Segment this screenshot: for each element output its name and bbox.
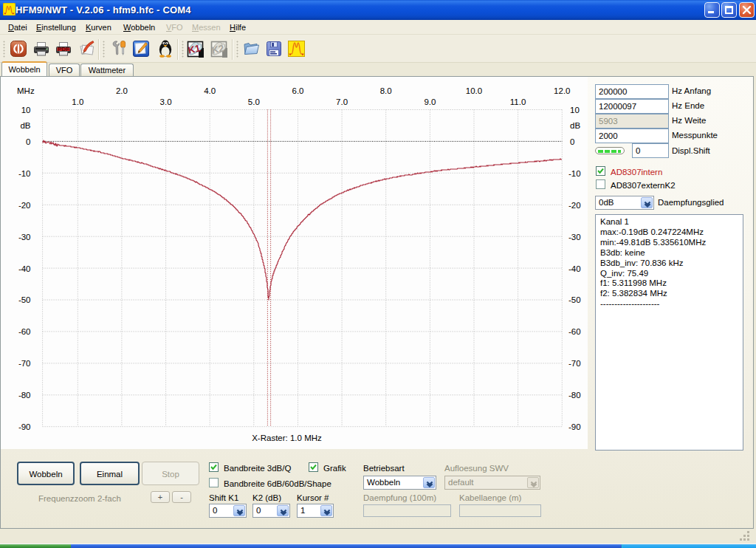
svg-text:0: 0 <box>570 137 574 146</box>
svg-text:-70: -70 <box>568 359 581 368</box>
svg-text:-30: -30 <box>568 233 581 242</box>
svg-text:X-Raster: 1.0 MHz: X-Raster: 1.0 MHz <box>252 434 322 442</box>
svg-text:5.0: 5.0 <box>248 97 260 106</box>
svg-text:-60: -60 <box>18 327 31 336</box>
svg-text:10: 10 <box>21 106 31 114</box>
svg-text:1.0: 1.0 <box>72 97 83 106</box>
svg-text:10.0: 10.0 <box>466 86 482 95</box>
svg-text:dB: dB <box>20 121 30 130</box>
svg-text:-80: -80 <box>568 391 581 400</box>
svg-text:6.0: 6.0 <box>292 86 304 95</box>
svg-text:-10: -10 <box>18 169 31 178</box>
svg-text:dB: dB <box>570 121 580 130</box>
svg-text:10: 10 <box>570 106 580 114</box>
svg-text:9.0: 9.0 <box>424 97 436 106</box>
svg-text:0: 0 <box>26 137 30 146</box>
svg-text:-70: -70 <box>18 359 31 368</box>
svg-text:-80: -80 <box>18 391 31 400</box>
svg-text:-60: -60 <box>568 327 581 336</box>
svg-text:12.0: 12.0 <box>554 86 570 95</box>
svg-text:-40: -40 <box>18 264 31 273</box>
svg-text:-50: -50 <box>568 295 581 304</box>
svg-text:-30: -30 <box>18 233 31 242</box>
svg-text:-20: -20 <box>18 201 31 210</box>
svg-text:-20: -20 <box>568 201 581 210</box>
svg-text:-10: -10 <box>568 169 581 178</box>
svg-text:3.0: 3.0 <box>160 97 172 106</box>
svg-text:-90: -90 <box>18 422 31 431</box>
svg-text:-90: -90 <box>568 422 581 431</box>
svg-text:2.0: 2.0 <box>116 86 128 95</box>
svg-text:7.0: 7.0 <box>336 97 348 106</box>
svg-text:4.0: 4.0 <box>204 86 216 95</box>
svg-text:MHz: MHz <box>17 86 35 95</box>
svg-text:8.0: 8.0 <box>380 86 392 95</box>
svg-text:PDF: PDF <box>58 46 69 52</box>
svg-text:-50: -50 <box>18 295 31 304</box>
svg-text:-40: -40 <box>568 264 581 273</box>
svg-text:11.0: 11.0 <box>510 97 526 106</box>
